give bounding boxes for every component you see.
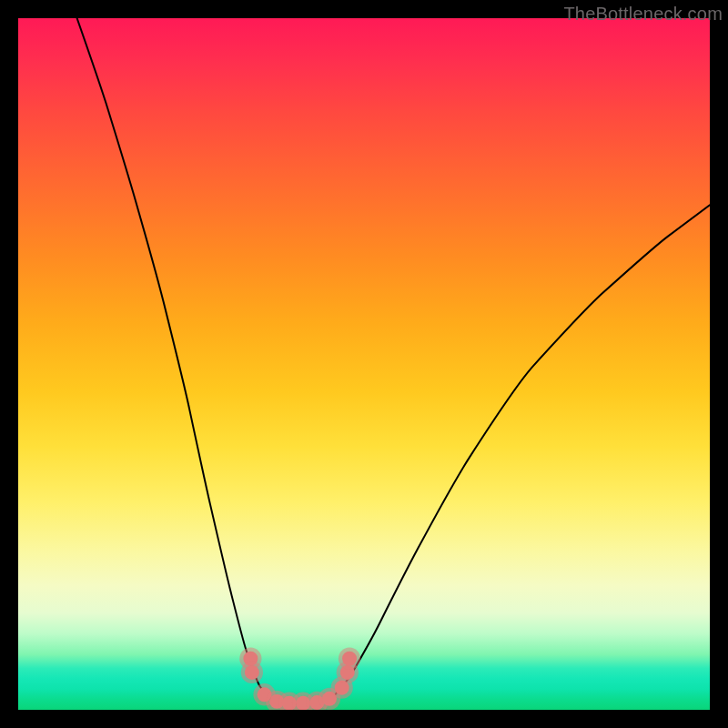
marker-dots [18, 18, 710, 710]
svg-point-3 [245, 665, 259, 680]
watermark-text: TheBottleneck.com [563, 4, 723, 25]
plot-frame [18, 18, 710, 710]
svg-point-21 [342, 652, 357, 666]
